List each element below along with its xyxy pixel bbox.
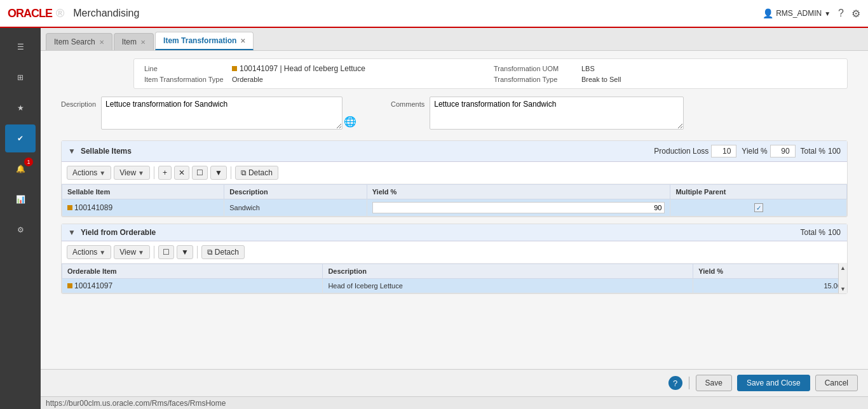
transformation-uom-value: LBS [581,65,595,72]
toolbar-sep-1 [154,166,154,179]
sellable-delete-btn[interactable]: ✕ [174,166,189,180]
item-transformation-type-row: Item Transformation Type Orderable [144,76,487,83]
tab-item-search-close[interactable]: ✕ [99,39,104,46]
logo-area: ORACLE ® Merchandising [8,7,139,20]
header-right: 👤 RMS_ADMIN ▼ ? ⚙ [763,8,860,20]
sidebar-item-tasks[interactable]: ✔ [5,124,36,152]
user-info: 👤 RMS_ADMIN ▼ [763,8,831,18]
sellable-items-table: Sellable Item Description Yield % Multip… [62,184,847,217]
col-orderable-yield-pct: Yield % [693,264,847,279]
sellable-yield-cell[interactable] [367,199,670,217]
sellable-add-btn[interactable]: + [158,166,172,180]
table-row[interactable]: 100141089 Sandwich ✓ [62,199,847,217]
description-group: Description Lettuce transformation for S… [61,97,342,131]
production-loss-label: Production Loss [654,147,709,156]
sidebar-item-star[interactable]: ★ [5,94,36,122]
footer-sep [689,377,689,389]
yield-from-title: Yield from Orderable [81,228,156,237]
user-icon: 👤 [763,8,773,18]
total-pct-metric: Total % 100 [801,147,841,156]
user-dropdown-icon[interactable]: ▼ [824,10,831,17]
sellable-multiple-parent-cell[interactable]: ✓ [670,199,847,217]
tab-item[interactable]: Item ✕ [114,33,154,50]
sellable-actions-label: Actions [72,168,97,177]
sellable-edit-btn[interactable]: ☐ [192,166,208,180]
sellable-items-section: ▼ Sellable Items Production Loss 10 Yiel… [61,140,848,217]
sellable-detach-btn[interactable]: ⧉ Detach [235,166,278,180]
comments-input[interactable]: Lettuce transformation for Sandwich [430,97,684,130]
yield-pct-label: Yield % [742,147,767,156]
sellable-actions-btn[interactable]: Actions ▼ [67,166,111,180]
description-input[interactable]: Lettuce transformation for Sandwich [101,97,342,130]
yield-from-total-metric: Total % 100 [801,228,841,237]
yield-actions-btn[interactable]: Actions ▼ [67,245,111,259]
sidebar-item-grid[interactable]: ⊞ [5,64,36,91]
tab-item-search-label: Item Search [54,37,95,46]
tab-item-search[interactable]: Item Search ✕ [46,33,112,50]
table-row[interactable]: 100141097 Head of Iceberg Lettuce 15.00 [62,279,847,293]
username: RMS_ADMIN [776,9,822,18]
yield-edit-btn[interactable]: ☐ [158,245,174,259]
multiple-parent-checkbox[interactable]: ✓ [754,203,763,212]
sidebar-item-menu[interactable]: ☰ [5,33,36,61]
tab-item-transformation-label: Item Transformation [163,36,236,45]
chart-icon: 📊 [16,195,25,204]
sellable-description-cell: Sandwich [224,199,367,217]
sellable-view-btn[interactable]: View ▼ [114,166,150,180]
app-name: Merchandising [73,8,139,19]
tab-item-transformation-close[interactable]: ✕ [240,37,245,44]
yield-detach-btn[interactable]: ⧉ Detach [201,245,245,259]
sellable-view-chevron: ▼ [138,170,144,177]
sidebar-item-settings[interactable]: ⚙ [5,216,36,244]
line-label: Line [144,65,227,72]
yield-from-orderable-section: ▼ Yield from Orderable Total % 100 Actio… [61,224,848,294]
sellable-filter-btn[interactable]: ▼ [210,166,227,180]
description-container: Lettuce transformation for Sandwich 🌐 [101,97,342,131]
main-content: Item Search ✕ Item ✕ Item Transformation… [41,28,868,409]
page-content: Line 100141097 | Head of Iceberg Lettuce… [41,51,868,369]
sellable-items-title: Sellable Items [81,147,132,156]
yield-actions-label: Actions [72,248,97,257]
orderable-item-value: 100141097 [74,281,112,290]
col-multiple-parent: Multiple Parent [670,185,847,199]
yield-pct-value: 90 [770,145,796,158]
orderable-item-cell: 100141097 [62,279,323,293]
sellable-view-label: View [119,168,136,177]
detach-icon: ⧉ [241,168,247,177]
save-button[interactable]: Save [696,375,732,391]
toolbar-sep-2 [231,166,231,179]
scroll-up-arrow[interactable]: ▲ [840,265,846,271]
globe-icon[interactable]: 🌐 [344,113,356,128]
comments-label: Comments [391,97,424,108]
tasks-icon: ✔ [17,134,24,143]
transformation-type-label: Transformation Type [494,76,576,83]
yield-from-collapse-icon[interactable]: ▼ [68,228,76,237]
item-dot [232,66,237,71]
line-value: 100141097 | Head of Iceberg Lettuce [232,64,365,73]
yield-from-total-label: Total % [801,228,825,237]
scroll-down-arrow[interactable]: ▼ [840,286,846,292]
sidebar-item-notifications[interactable]: 🔔 1 [5,155,36,183]
yield-filter-btn[interactable]: ▼ [177,245,193,259]
sidebar-item-charts[interactable]: 📊 [5,185,36,213]
cancel-button[interactable]: Cancel [815,375,858,391]
orderable-description-cell: Head of Iceberg Lettuce [323,279,693,293]
production-loss-value: 10 [711,145,736,158]
tab-item-close[interactable]: ✕ [140,39,146,46]
sellable-table-header-row: Sellable Item Description Yield % Multip… [62,185,847,199]
yield-pct-metric: Yield % 90 [742,145,795,158]
sellable-items-collapse-icon[interactable]: ▼ [68,147,76,156]
help-button[interactable]: ? [668,376,682,390]
app-header: ORACLE ® Merchandising 👤 RMS_ADMIN ▼ ? ⚙ [0,0,868,28]
tab-item-transformation[interactable]: Item Transformation ✕ [155,32,254,50]
logo-divider: ® [56,7,64,20]
settings-icon[interactable]: ⚙ [851,8,860,20]
col-yield-pct: Yield % [367,185,670,199]
sellable-yield-input[interactable] [372,202,665,213]
item-transformation-type-label: Item Transformation Type [144,76,227,83]
info-card: Line 100141097 | Head of Iceberg Lettuce… [133,58,848,89]
orderable-item-dot [67,283,72,288]
yield-view-btn[interactable]: View ▼ [114,245,150,259]
save-close-button[interactable]: Save and Close [737,375,810,391]
help-icon[interactable]: ? [838,8,844,19]
